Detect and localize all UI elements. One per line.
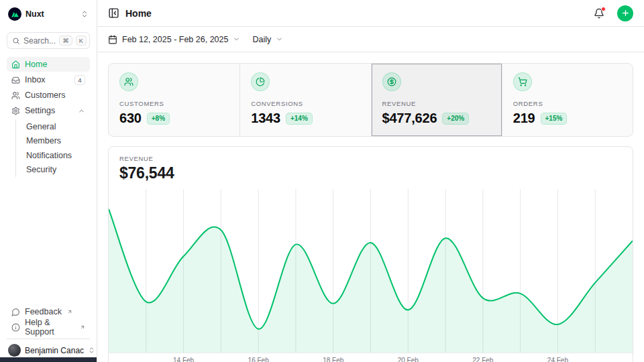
chart-label: REVENUE	[119, 155, 622, 162]
filter-toolbar: Feb 12, 2025 - Feb 26, 2025 Daily	[97, 27, 644, 52]
stat-customers[interactable]: CUSTOMERS 630 +8%	[109, 64, 239, 136]
app-window: Nuxt Search... ⌘ K Home	[0, 0, 644, 362]
sidebar-item-notifications[interactable]: Notifications	[23, 148, 90, 163]
x-axis-label: 16 Feb	[248, 357, 269, 362]
inbox-count-badge: 4	[74, 75, 85, 85]
chart-canvas	[109, 189, 633, 353]
sidebar-item-label: Customers	[25, 90, 85, 100]
calendar-icon	[108, 35, 117, 44]
sidebar-item-security[interactable]: Security	[23, 163, 90, 178]
notifications-button[interactable]	[594, 8, 604, 19]
stat-change-badge: +15%	[541, 113, 568, 125]
feedback-link[interactable]: Feedback	[7, 304, 90, 319]
sidebar-item-settings[interactable]: Settings	[7, 103, 90, 118]
stat-conversions[interactable]: CONVERSIONS 1343 +14%	[239, 64, 370, 136]
help-support-label: Help & Support	[25, 318, 74, 337]
stat-value: 630	[119, 111, 142, 126]
sidebar-item-customers[interactable]: Customers	[7, 88, 90, 103]
sidebar-item-inbox[interactable]: Inbox 4	[7, 72, 90, 87]
sidebar-footer-links: Feedback Help & Support	[7, 304, 90, 339]
stat-label: REVENUE	[382, 100, 491, 107]
users-icon	[119, 72, 138, 91]
gear-icon	[11, 107, 20, 115]
chevron-up-icon	[78, 107, 85, 115]
sidebar-item-label: Inbox	[25, 75, 70, 84]
chart-header: REVENUE $76,544	[109, 147, 633, 189]
stat-orders[interactable]: ORDERS 219 +15%	[502, 64, 633, 136]
add-button[interactable]	[617, 5, 633, 21]
chevrons-up-down-icon	[88, 347, 95, 354]
chevron-down-icon	[276, 36, 283, 43]
search-placeholder: Search...	[23, 36, 56, 46]
stat-label: ORDERS	[513, 100, 622, 107]
sidebar-item-label: Home	[25, 60, 85, 69]
stat-revenue[interactable]: REVENUE $477,626 +20%	[371, 64, 502, 136]
sidebar-subitem-label: Notifications	[26, 151, 87, 160]
sidebar-item-home[interactable]: Home	[7, 57, 90, 72]
chart-x-axis: 14 Feb16 Feb18 Feb20 Feb22 Feb24 Feb	[109, 353, 633, 362]
nuxt-logo-icon	[8, 7, 21, 21]
main-area: Home Feb 12, 2025 - Feb 26, 2025	[97, 0, 644, 362]
stat-change-badge: +20%	[442, 113, 469, 125]
revenue-area-chart[interactable]	[109, 189, 633, 353]
chevrons-up-down-icon	[80, 10, 89, 18]
shopping-cart-icon	[513, 72, 532, 91]
stat-label: CONVERSIONS	[251, 100, 360, 107]
avatar	[8, 344, 21, 357]
date-range-label: Feb 12, 2025 - Feb 26, 2025	[122, 35, 228, 44]
chevron-down-icon	[233, 36, 240, 43]
period-label: Daily	[252, 35, 271, 44]
bottom-dark-strip	[0, 357, 97, 362]
stat-value: 1343	[251, 111, 280, 126]
sidebar-subitem-label: Members	[26, 136, 87, 145]
date-range-picker[interactable]: Feb 12, 2025 - Feb 26, 2025	[108, 35, 240, 44]
chart-pie-icon	[251, 72, 270, 91]
x-axis-label: 18 Feb	[323, 357, 343, 362]
x-axis-label: 14 Feb	[173, 357, 194, 362]
stat-value: $477,626	[382, 111, 437, 126]
page-title: Home	[125, 8, 152, 19]
inbox-icon	[11, 76, 20, 84]
period-select[interactable]: Daily	[252, 35, 283, 44]
feedback-label: Feedback	[25, 307, 62, 316]
notification-dot	[601, 7, 606, 11]
x-axis-label: 24 Feb	[547, 357, 568, 362]
house-icon	[11, 60, 20, 69]
external-link-icon	[80, 324, 85, 330]
sidebar-spacer	[7, 177, 90, 304]
user-name: Benjamin Canac	[25, 346, 84, 355]
plus-icon	[621, 9, 630, 17]
x-axis-label: 22 Feb	[472, 357, 493, 362]
search-input[interactable]: Search... ⌘ K	[7, 32, 90, 49]
stat-change-badge: +8%	[147, 113, 170, 125]
stats-row: CUSTOMERS 630 +8% CONVERSIONS 1343 +14%	[108, 63, 633, 137]
chart-value: $76,544	[119, 164, 622, 182]
workspace-switcher[interactable]: Nuxt	[7, 5, 90, 23]
users-icon	[11, 91, 20, 100]
sidebar-item-label: Settings	[25, 106, 73, 115]
sidebar-item-general[interactable]: General	[23, 119, 90, 134]
dashboard-content: CUSTOMERS 630 +8% CONVERSIONS 1343 +14%	[97, 52, 644, 362]
sidebar-item-members[interactable]: Members	[23, 134, 90, 149]
sidebar-subitem-label: General	[26, 122, 87, 131]
sidebar-nav: Home Inbox 4 Customers Settings	[7, 57, 90, 177]
workspace-name: Nuxt	[25, 9, 76, 19]
stat-change-badge: +14%	[286, 113, 313, 125]
sidebar-subitem-label: Security	[26, 165, 87, 174]
stat-label: CUSTOMERS	[119, 100, 229, 107]
sidebar: Nuxt Search... ⌘ K Home	[0, 0, 97, 362]
top-header: Home	[97, 0, 644, 27]
settings-submenu: General Members Notifications Security	[15, 119, 90, 177]
collapse-sidebar-button[interactable]	[108, 7, 119, 19]
external-link-icon	[67, 309, 72, 314]
search-icon	[12, 37, 20, 45]
x-axis-label: 20 Feb	[398, 357, 419, 362]
stat-value: 219	[513, 111, 535, 126]
circle-dollar-sign-icon	[382, 72, 401, 91]
kbd-cmd: ⌘	[59, 36, 72, 46]
info-circle-icon	[11, 323, 20, 332]
help-support-link[interactable]: Help & Support	[7, 320, 90, 335]
message-circle-icon	[11, 308, 20, 316]
kbd-k: K	[76, 36, 87, 46]
revenue-chart-card: REVENUE $76,544 14 Feb16 Feb18 Feb20 Feb…	[108, 146, 633, 362]
